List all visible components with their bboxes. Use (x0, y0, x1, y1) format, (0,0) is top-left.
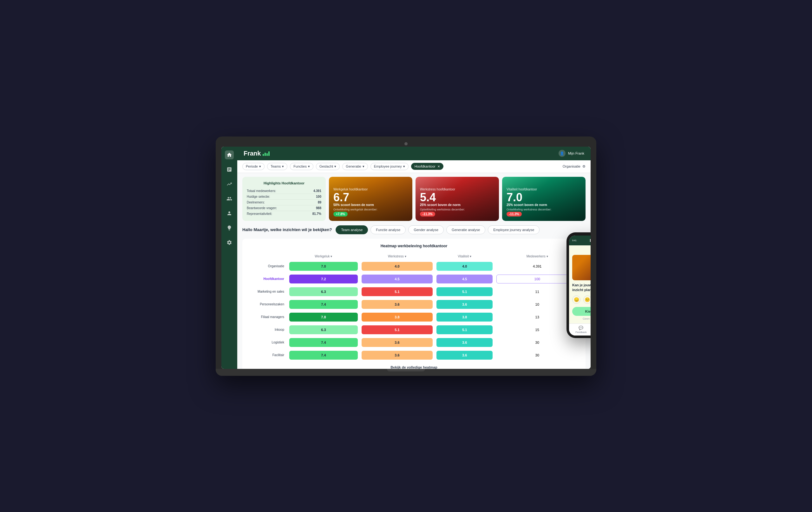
table-row: Personeelszaken 7.4 3.6 3.6 10 (249, 299, 579, 310)
cell-marketing-werkgeluk[interactable]: 6.3 (288, 286, 359, 297)
cell-logistiek-werkstress[interactable]: 3.6 (360, 337, 434, 348)
score-card-vitaliteit-content: Vitaliteit hoofdkantoor 7.0 25% scoort b… (506, 188, 581, 216)
filter-employee-journey[interactable]: Employee journey ▾ (371, 163, 409, 170)
cell-personeelszaken-werkgeluk[interactable]: 7.4 (288, 299, 359, 310)
phone-question: Kan je jouw werk naar eigen inzicht plan… (572, 283, 590, 293)
sidebar-item-home[interactable] (225, 151, 234, 159)
chevron-down-icon: ▾ (405, 254, 406, 258)
phone-section-title: Reflectie (572, 248, 590, 252)
content-area: Highlights Hoofdkantoor Totaal medewerke… (237, 173, 590, 369)
cell-hoofdkantoor-werkstress[interactable]: 4.5 (360, 273, 434, 285)
filter-hoofdkantoor[interactable]: Hoofdkantoor ✕ (411, 163, 443, 170)
cell-inkoop-vitaliteit[interactable]: 5.1 (435, 324, 494, 335)
phone-skip-label[interactable]: Geen mening, overslaan (572, 317, 590, 320)
score-card-werkstress-label: Werkstress hoofdkantoor (420, 188, 494, 191)
phone-nav-feedback[interactable]: 💬 Feedback (575, 326, 586, 333)
phone-mockup: 9:41 Frank 📊 (567, 232, 590, 339)
heatmap-col-empty (249, 253, 287, 259)
cell-marketing-werkstress[interactable]: 5.1 (360, 286, 434, 297)
heatmap-footer-link[interactable]: Bekijk de volledige heatmap (248, 365, 580, 369)
laptop-camera (404, 142, 408, 145)
cell-hoofdkantoor-werkgeluk[interactable]: 7.2 (288, 273, 359, 285)
col-label-vitaliteit: Vitaliteit (458, 254, 469, 258)
phone-smileys: 😞 😕 😐 🙂 😄 (572, 296, 590, 304)
user-label[interactable]: Mijn Frank (568, 152, 584, 155)
table-row: Hoofdkantoor 7.2 4.5 4.5 100 (249, 273, 579, 285)
table-row: Inkoop 6.3 5.1 5.1 15 (249, 324, 579, 335)
tab-team-analyse[interactable]: Team analyse (336, 225, 368, 234)
table-row: Marketing en sales 6.3 5.1 5.1 11 (249, 286, 579, 297)
cell-personeelszaken-vitaliteit[interactable]: 3.6 (435, 299, 494, 310)
cell-facilitair-werkgeluk[interactable]: 7.4 (288, 349, 359, 361)
cell-logistiek-vitaliteit[interactable]: 3.6 (435, 337, 494, 348)
filter-periode[interactable]: Periode ▾ (242, 163, 264, 170)
app-logo: Frank (243, 150, 270, 157)
phone-select-smiley-button[interactable]: Kies een smiley (572, 307, 590, 316)
tab-generatie-analyse[interactable]: Generatie analyse (446, 225, 485, 234)
filter-teams[interactable]: Teams ▾ (267, 163, 287, 170)
highlight-value-deelnemers: 89 (318, 200, 321, 204)
row-label-personeelszaken: Personeelszaken (249, 299, 287, 310)
cell-organisatie-werkstress[interactable]: 4.0 (360, 261, 434, 272)
smiley-1[interactable]: 😞 (572, 296, 580, 304)
row-label-hoofdkantoor[interactable]: Hoofdkantoor (249, 273, 287, 285)
sidebar-item-settings[interactable] (225, 238, 234, 247)
score-card-werkstress-subtitle: 25% scoort boven de norm (420, 203, 494, 207)
highlight-value-total: 4.391 (313, 189, 321, 193)
sidebar-item-bulb[interactable] (225, 223, 234, 232)
tab-functie-analyse[interactable]: Functie analyse (371, 225, 406, 234)
highlight-value-repr: 81.7% (313, 212, 321, 216)
filter-settings-icon[interactable]: ⚙ (582, 164, 585, 168)
highlight-label-total: Totaal medewerkers: (247, 189, 276, 193)
phone-content: Reflectie 🚀 Kan je jouw werk naar eigen … (569, 245, 590, 324)
filter-employee-journey-label: Employee journey (374, 164, 402, 168)
phone-status-bar: 9:41 (572, 239, 577, 242)
cell-filiaal-vitaliteit[interactable]: 3.8 (435, 312, 494, 323)
filter-generatie-label: Generatie (346, 164, 361, 168)
score-card-werkgeluk-label: Werkgeluk hoofdkantoor (334, 188, 408, 191)
highlights-card: Highlights Hoofdkantoor Totaal medewerke… (242, 177, 326, 221)
filter-generatie[interactable]: Generatie ▾ (342, 163, 368, 170)
cell-filiaal-werkstress[interactable]: 3.8 (360, 312, 434, 323)
sidebar-item-reports[interactable] (225, 165, 234, 174)
score-card-werkgeluk-subtitle: 50% scoort boven de norm (334, 203, 408, 207)
laptop-screen: Frank 👤 Mijn Frank (222, 147, 590, 369)
cell-logistiek-werkgeluk[interactable]: 7.4 (288, 337, 359, 348)
cell-personeelszaken-werkstress[interactable]: 3.6 (360, 299, 434, 310)
cell-inkoop-werkstress[interactable]: 5.1 (360, 324, 434, 335)
sidebar-item-user[interactable] (225, 209, 234, 218)
filter-close-icon[interactable]: ✕ (437, 165, 440, 168)
cell-hoofdkantoor-vitaliteit[interactable]: 4.5 (435, 273, 494, 285)
cell-inkoop-werkgeluk[interactable]: 6.3 (288, 324, 359, 335)
cell-organisatie-vitaliteit[interactable]: 4.0 (435, 261, 494, 272)
filter-functies[interactable]: Functies ▾ (290, 163, 313, 170)
logo-chart-icon (263, 151, 270, 156)
filter-hoofdkantoor-label: Hoofdkantoor (414, 164, 435, 168)
highlight-value-vragen: 988 (316, 206, 321, 210)
row-label-filiaal: Filiaal managers (249, 312, 287, 323)
tab-gender-analyse[interactable]: Gender analyse (408, 225, 444, 234)
heatmap-col-werkstress[interactable]: Werkstress▾ (360, 253, 434, 259)
cell-organisatie-werkgeluk[interactable]: 7.0 (288, 261, 359, 272)
logo-text: Frank (243, 150, 261, 157)
table-row: Logistiek 7.4 3.6 3.6 30 (249, 337, 579, 348)
sidebar-item-team[interactable] (225, 194, 234, 203)
smiley-2[interactable]: 😕 (583, 296, 591, 304)
cell-facilitair-werkstress[interactable]: 3.6 (360, 349, 434, 361)
score-card-werkstress-number: 5.4 (420, 192, 494, 203)
analysis-intro-text: Hallo Maartje, welke inzichten wil je be… (242, 227, 332, 232)
cell-marketing-vitaliteit[interactable]: 5.1 (435, 286, 494, 297)
heatmap-col-vitaliteit[interactable]: Vitaliteit▾ (435, 253, 494, 259)
cell-facilitair-vitaliteit[interactable]: 3.6 (435, 349, 494, 361)
highlight-row-deelnemers: Deelnemers: 89 (247, 200, 321, 205)
heatmap-col-werkgeluk[interactable]: Werkgeluk▾ (288, 253, 359, 259)
analysis-tabs-bar: Hallo Maartje, welke inzichten wil je be… (242, 225, 585, 234)
sidebar-item-analytics[interactable] (225, 180, 234, 189)
filter-geslacht-label: Geslacht (319, 164, 333, 168)
cell-filiaal-werkgeluk[interactable]: 7.8 (288, 312, 359, 323)
chevron-down-icon: ▾ (470, 254, 471, 258)
highlight-label-selectie: Huidige selectie: (247, 195, 270, 198)
tab-employee-journey-analyse[interactable]: Employee journey analyse (488, 225, 540, 234)
filter-geslacht[interactable]: Geslacht ▾ (316, 163, 340, 170)
row-label-logistiek: Logistiek (249, 337, 287, 348)
